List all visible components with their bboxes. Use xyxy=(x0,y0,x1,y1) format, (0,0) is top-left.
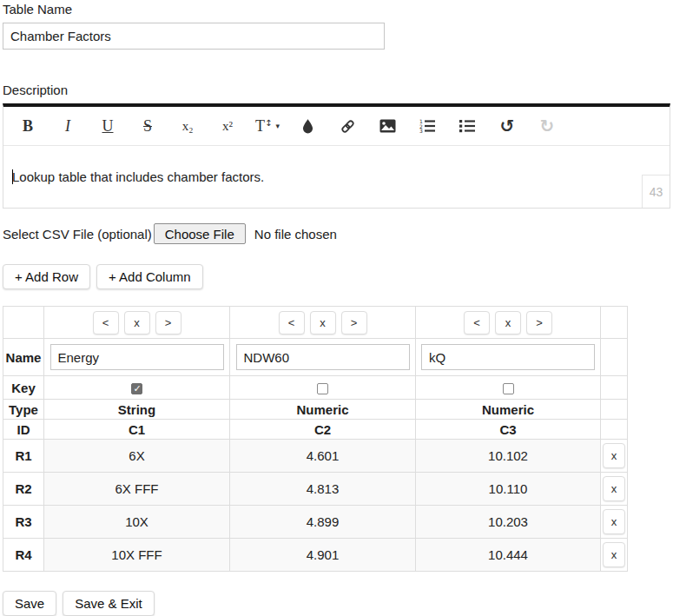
row-delete-cell: x xyxy=(601,539,628,572)
move-column-right-button[interactable]: > xyxy=(341,311,367,334)
delete-column-button[interactable]: x xyxy=(495,311,521,334)
description-text: Lookup table that includes chamber facto… xyxy=(12,169,264,184)
row-delete-cell: x xyxy=(601,473,628,506)
delete-row-button[interactable]: x xyxy=(603,509,625,534)
data-cell: 6X xyxy=(44,440,230,473)
key-checkbox[interactable] xyxy=(503,383,514,394)
italic-icon: I xyxy=(65,117,70,136)
csv-upload-row: Select CSV File (optional) Choose File N… xyxy=(3,223,670,244)
column-id: C1 xyxy=(44,420,230,440)
underline-button[interactable]: U xyxy=(88,110,128,142)
delete-row-button[interactable]: x xyxy=(603,476,625,501)
move-column-left-button[interactable]: < xyxy=(279,311,305,334)
droplet-icon xyxy=(302,119,313,134)
italic-button[interactable]: I xyxy=(48,110,88,142)
row-delete-cell: x xyxy=(601,506,628,539)
description-editable-area[interactable]: Lookup table that includes chamber facto… xyxy=(3,146,670,208)
row-label: R4 xyxy=(3,539,44,572)
ordered-list-icon: 123 xyxy=(419,119,435,133)
unordered-list-button[interactable] xyxy=(447,110,487,142)
data-cell: 10.203 xyxy=(416,506,601,539)
bold-icon: B xyxy=(23,117,33,136)
column-name-cell xyxy=(44,339,230,376)
font-size-dropdown[interactable]: T↕ ▾ xyxy=(247,110,287,142)
key-checkbox[interactable] xyxy=(317,383,328,394)
add-column-button[interactable]: + Add Column xyxy=(96,264,203,289)
delete-row-button[interactable]: x xyxy=(603,443,625,468)
column-name-input[interactable] xyxy=(50,344,224,370)
name-row: Name xyxy=(3,339,628,376)
save-actions-bar: Save Save & Exit xyxy=(3,591,670,616)
rich-text-editor: B I U S x₂ x² T↕ ▾ 123 xyxy=(3,103,670,209)
empty-cell xyxy=(601,339,628,376)
empty-cell xyxy=(601,376,628,400)
underline-icon: U xyxy=(102,117,114,136)
id-row: ID C1 C2 C3 xyxy=(3,420,628,440)
data-cell: 4.899 xyxy=(230,506,416,539)
save-exit-button[interactable]: Save & Exit xyxy=(63,591,155,616)
column-controls-row: <x> <x> <x> xyxy=(3,307,628,339)
font-size-icon: T↕ xyxy=(255,117,272,136)
ordered-list-button[interactable]: 123 xyxy=(407,110,447,142)
link-icon xyxy=(340,118,356,135)
column-name-input[interactable] xyxy=(236,344,410,370)
strikethrough-icon: S xyxy=(143,117,152,136)
csv-file-label: Select CSV File (optional) xyxy=(3,227,152,242)
choose-file-button[interactable]: Choose File xyxy=(154,223,246,244)
row-label: R2 xyxy=(3,473,44,506)
table-name-input[interactable] xyxy=(3,23,385,50)
subscript-button[interactable]: x₂ xyxy=(168,110,208,142)
row-label: R1 xyxy=(3,440,44,473)
text-color-button[interactable] xyxy=(287,110,327,142)
column-name-cell xyxy=(230,339,416,376)
delete-column-button[interactable]: x xyxy=(124,311,150,334)
data-cell: 4.901 xyxy=(230,539,416,572)
table-row: R1 6X 4.601 10.102 x xyxy=(3,440,628,473)
bold-button[interactable]: B xyxy=(8,110,48,142)
table-row: R2 6X FFF 4.813 10.110 x xyxy=(3,473,628,506)
data-cell: 10.110 xyxy=(416,473,601,506)
column-2-controls: <x> xyxy=(230,307,416,339)
column-id: C3 xyxy=(416,420,601,440)
column-type: String xyxy=(44,400,230,420)
undo-button[interactable]: ↺ xyxy=(487,110,527,142)
subscript-icon: x₂ xyxy=(182,119,194,134)
key-cell xyxy=(230,376,416,400)
delete-row-button[interactable]: x xyxy=(603,542,625,567)
type-row-header: Type xyxy=(3,400,44,420)
insert-link-button[interactable] xyxy=(327,110,367,142)
column-name-cell xyxy=(416,339,601,376)
type-row: Type String Numeric Numeric xyxy=(3,400,628,420)
column-name-input[interactable] xyxy=(421,344,595,370)
lookup-table: <x> <x> <x> Name Key Type String Numeric… xyxy=(3,306,628,572)
move-column-right-button[interactable]: > xyxy=(526,311,552,334)
row-label: R3 xyxy=(3,506,44,539)
editor-toolbar: B I U S x₂ x² T↕ ▾ 123 xyxy=(3,107,670,146)
add-row-button[interactable]: + Add Row xyxy=(3,264,90,289)
move-column-left-button[interactable]: < xyxy=(464,311,490,334)
redo-button[interactable]: ↻ xyxy=(527,110,567,142)
insert-image-button[interactable] xyxy=(367,110,407,142)
superscript-button[interactable]: x² xyxy=(208,110,247,142)
key-checkbox[interactable] xyxy=(131,383,142,394)
move-column-right-button[interactable]: > xyxy=(155,311,181,334)
move-column-left-button[interactable]: < xyxy=(93,311,119,334)
delete-column-button[interactable]: x xyxy=(310,311,336,334)
empty-cell xyxy=(601,307,628,339)
save-button[interactable]: Save xyxy=(3,591,56,616)
column-type: Numeric xyxy=(230,400,416,420)
row-delete-cell: x xyxy=(601,440,628,473)
table-row: R3 10X 4.899 10.203 x xyxy=(3,506,628,539)
superscript-icon: x² xyxy=(222,119,233,134)
key-row: Key xyxy=(3,376,628,400)
data-cell: 6X FFF xyxy=(44,473,230,506)
data-cell: 4.601 xyxy=(230,440,416,473)
svg-text:3: 3 xyxy=(419,128,423,133)
corner-cell xyxy=(3,307,44,339)
data-cell: 10.102 xyxy=(416,440,601,473)
column-3-controls: <x> xyxy=(416,307,601,339)
data-cell: 4.813 xyxy=(230,473,416,506)
strikethrough-button[interactable]: S xyxy=(128,110,168,142)
empty-cell xyxy=(601,420,628,440)
image-icon xyxy=(379,119,396,133)
